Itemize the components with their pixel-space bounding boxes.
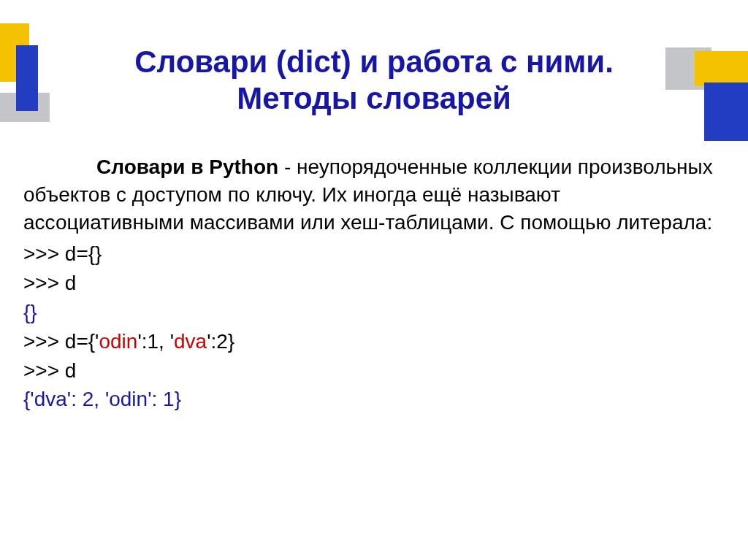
intro-paragraph: Словари в Python - неупорядоченные колле… (23, 153, 725, 236)
slide-content: Словари в Python - неупорядоченные колле… (23, 153, 725, 413)
slide-title: Словари (dict) и работа с ними. Методы с… (0, 44, 748, 118)
code-line-2: >>> d (23, 269, 725, 297)
code-line-4: >>> d={'odin':1, 'dva':2} (23, 328, 725, 356)
code-line-5: >>> d (23, 357, 725, 385)
literal-odin: odin (99, 330, 137, 353)
code-line-1: >>> d={} (23, 240, 725, 268)
code-line-6: {'dva': 2, 'odin': 1} (23, 386, 725, 413)
title-line-2: Методы словарей (237, 81, 511, 115)
paragraph-bold-lead: Словари в Python (96, 156, 278, 178)
title-line-1: Словари (dict) и работа с ними. (134, 45, 614, 79)
literal-dva: dva (174, 330, 207, 353)
code-line-3: {} (23, 299, 725, 326)
